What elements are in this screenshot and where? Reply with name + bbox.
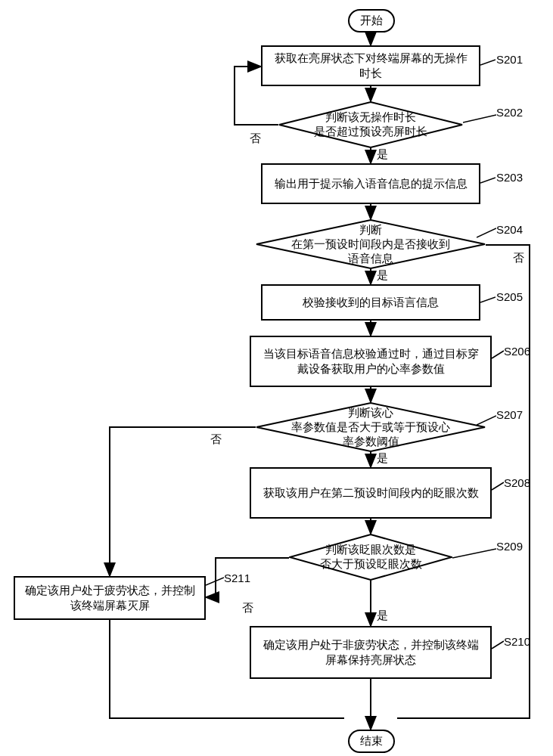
leader-s205 bbox=[480, 295, 496, 310]
branch-s207-yes: 是 bbox=[377, 451, 388, 466]
label-s201: S201 bbox=[496, 53, 523, 66]
svg-line-18 bbox=[480, 297, 496, 302]
label-s211: S211 bbox=[224, 572, 250, 584]
terminal-end: 结束 bbox=[348, 730, 395, 753]
svg-line-15 bbox=[480, 178, 496, 183]
decision-s204: 判断 在第一预设时间段内是否接收到 语音信息 bbox=[256, 219, 486, 269]
svg-line-19 bbox=[492, 351, 504, 358]
decision-s209-text2: 否大于预设眨眼次数 bbox=[320, 557, 422, 570]
svg-line-22 bbox=[492, 482, 504, 490]
label-s205: S205 bbox=[496, 290, 523, 303]
leader-s210 bbox=[492, 640, 504, 652]
branch-s207-no: 否 bbox=[210, 432, 222, 447]
svg-line-17 bbox=[477, 228, 496, 237]
decision-s204-text2: 在第一预设时间段内是否接收到 bbox=[291, 237, 450, 250]
process-s201-text: 获取在亮屏状态下对终端屏幕的无操作时长 bbox=[270, 51, 471, 82]
process-s211-text: 确定该用户处于疲劳状态，并控制该终端屏幕灭屏 bbox=[23, 583, 197, 614]
leader-s208 bbox=[492, 481, 504, 493]
svg-line-12 bbox=[480, 60, 496, 65]
decision-s204-text1: 判断 bbox=[359, 223, 382, 236]
svg-line-24 bbox=[452, 549, 496, 558]
process-s210-text: 确定该用户处于非疲劳状态，并控制该终端屏幕保持亮屏状态 bbox=[259, 637, 483, 668]
label-s210: S210 bbox=[504, 635, 530, 648]
label-s203: S203 bbox=[496, 171, 523, 184]
process-s208-text: 获取该用户在第二预设时间段内的眨眼次数 bbox=[263, 485, 479, 500]
leader-s201 bbox=[480, 57, 496, 73]
terminal-end-text: 结束 bbox=[360, 734, 383, 747]
decision-s209: 判断该眨眼次数是 否大于预设眨眼次数 bbox=[289, 534, 452, 581]
leader-s203 bbox=[480, 175, 496, 191]
leader-s204 bbox=[477, 227, 496, 239]
branch-s202-no: 否 bbox=[250, 132, 261, 146]
process-s206: 当该目标语音信息校验通过时，通过目标穿戴设备获取用户的心率参数值 bbox=[250, 336, 492, 387]
svg-line-21 bbox=[477, 416, 496, 425]
branch-s209-yes: 是 bbox=[377, 609, 388, 623]
process-s208: 获取该用户在第二预设时间段内的眨眼次数 bbox=[250, 467, 492, 519]
leader-s211 bbox=[206, 576, 224, 587]
terminal-start: 开始 bbox=[348, 9, 395, 33]
process-s210: 确定该用户处于非疲劳状态，并控制该终端屏幕保持亮屏状态 bbox=[250, 626, 492, 679]
label-s204: S204 bbox=[496, 223, 523, 236]
svg-line-14 bbox=[463, 115, 496, 122]
branch-s209-no: 否 bbox=[242, 601, 253, 615]
label-s207: S207 bbox=[496, 408, 523, 421]
branch-s202-yes: 是 bbox=[377, 147, 388, 162]
branch-s204-no: 否 bbox=[513, 251, 524, 265]
process-s203-text: 输出用于提示输入语音信息的提示信息 bbox=[275, 176, 468, 191]
decision-s207: 判断该心 率参数值是否大于或等于预设心 率参数阈值 bbox=[256, 402, 486, 452]
svg-line-25 bbox=[206, 578, 224, 585]
decision-s202: 判断该无操作时长 是否超过预设亮屏时长 bbox=[278, 101, 463, 148]
process-s205: 校验接收到的目标语言信息 bbox=[261, 284, 480, 321]
decision-s207-text1: 判断该心 bbox=[348, 406, 393, 419]
decision-s204-text3: 语音信息 bbox=[348, 251, 393, 264]
svg-line-26 bbox=[492, 641, 504, 649]
terminal-start-text: 开始 bbox=[360, 14, 383, 26]
label-s208: S208 bbox=[504, 476, 530, 489]
decision-s209-text1: 判断该眨眼次数是 bbox=[325, 543, 416, 556]
leader-s202 bbox=[463, 113, 496, 124]
decision-s202-text2: 是否超过预设亮屏时长 bbox=[314, 125, 427, 138]
process-s211: 确定该用户处于疲劳状态，并控制该终端屏幕灭屏 bbox=[14, 576, 206, 620]
branch-s204-yes: 是 bbox=[377, 268, 388, 283]
decision-s202-text1: 判断该无操作时长 bbox=[325, 110, 416, 123]
label-s206: S206 bbox=[504, 345, 530, 358]
decision-s207-text2: 率参数值是否大于或等于预设心 bbox=[291, 420, 450, 433]
process-s203: 输出用于提示输入语音信息的提示信息 bbox=[261, 163, 480, 204]
decision-s207-text3: 率参数阈值 bbox=[343, 434, 399, 447]
process-s206-text: 当该目标语音信息校验通过时，通过目标穿戴设备获取用户的心率参数值 bbox=[259, 346, 483, 377]
process-s201: 获取在亮屏状态下对终端屏幕的无操作时长 bbox=[261, 45, 480, 86]
leader-s206 bbox=[492, 349, 504, 361]
label-s209: S209 bbox=[496, 540, 523, 553]
label-s202: S202 bbox=[496, 106, 523, 119]
leader-s209 bbox=[452, 547, 496, 559]
leader-s207 bbox=[477, 414, 496, 426]
process-s205-text: 校验接收到的目标语言信息 bbox=[303, 295, 439, 310]
